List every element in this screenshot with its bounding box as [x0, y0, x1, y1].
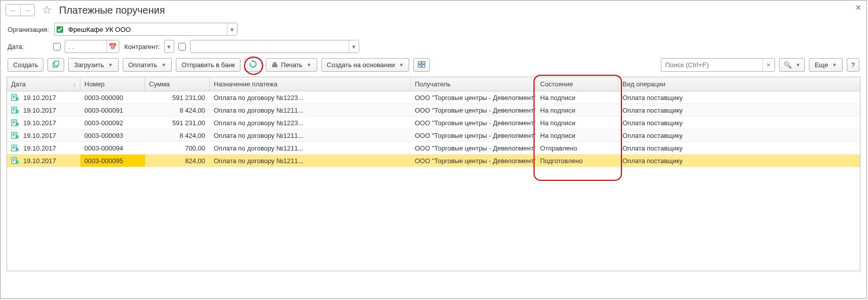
cell-sum: 8 424,00 [145, 104, 210, 116]
counterparty-label: Контрагент: [124, 43, 160, 51]
cell-number: 0003-000090 [80, 91, 145, 104]
org-dropdown-button[interactable]: ▾ [227, 23, 237, 35]
cell-purpose: Оплата по договору №1211... [210, 104, 411, 116]
counterparty-enabled-checkbox[interactable] [178, 43, 186, 51]
refresh-button[interactable] [245, 58, 262, 72]
svg-rect-1 [55, 61, 59, 65]
col-sum[interactable]: Сумма [145, 77, 210, 91]
document-icon [11, 132, 19, 139]
calendar-icon[interactable]: 📅 [107, 40, 119, 53]
col-number[interactable]: Номер [80, 77, 145, 91]
create-on-basis-button[interactable]: Создать на основании▼ [321, 58, 410, 72]
more-button-label: Еще [814, 61, 828, 69]
cell-op: Оплата поставщику [618, 142, 860, 154]
col-state[interactable]: Состояние [536, 77, 618, 91]
cell-state: На подписи [536, 117, 618, 129]
org-enabled-checkbox[interactable] [57, 26, 63, 33]
load-button-label: Загрузить [74, 61, 104, 69]
cell-recipient: ООО "Торговые центры - Девелопмент" [411, 142, 536, 154]
counterparty-input-wrap: ▾ [190, 40, 359, 53]
svg-rect-2 [418, 61, 421, 64]
org-input[interactable] [65, 23, 227, 35]
favorite-star-icon[interactable]: ☆ [42, 4, 52, 17]
print-button[interactable]: 🖶 Печать▼ [266, 58, 317, 72]
cell-recipient: ООО "Торговые центры - Девелопмент" [411, 117, 536, 129]
registry-button[interactable] [413, 58, 430, 72]
cell-purpose: Оплата по договору №1223... [210, 91, 411, 104]
cell-date: 19.10.2017 [7, 91, 80, 104]
filter-date-row: Дата: 📅 Контрагент: ▾ ▾ [1, 39, 866, 57]
create-button[interactable]: Создать [8, 58, 43, 72]
create-on-label: Создать на основании [327, 61, 395, 69]
filter-org-row: Организация: ▾ [1, 20, 866, 39]
svg-rect-5 [422, 65, 425, 67]
col-operation[interactable]: Вид операции [618, 77, 860, 91]
svg-rect-4 [418, 65, 421, 67]
table-row[interactable]: 19.10.20170003-000090591 231,00Оплата по… [7, 91, 860, 104]
chevron-down-icon: ▼ [307, 62, 312, 68]
table-row[interactable]: 19.10.20170003-0000938 424,00Оплата по д… [7, 129, 860, 142]
table-body: 19.10.20170003-000090591 231,00Оплата по… [7, 91, 860, 167]
search-input[interactable] [661, 61, 762, 69]
nav-forward-button[interactable]: → [20, 5, 34, 16]
table-header: Дата↓ Номер Сумма Назначение платежа Пол… [7, 77, 860, 91]
cell-sum: 700,00 [145, 142, 210, 154]
search-button[interactable]: 🔍▼ [779, 58, 805, 72]
counterparty-type-dropdown[interactable]: ▾ [164, 40, 174, 53]
cell-recipient: ООО "Торговые центры - Девелопмент" [411, 155, 536, 167]
cell-number: 0003-000095 [80, 155, 145, 167]
cell-state: Отправлено [536, 142, 618, 154]
date-input-wrap: 📅 [65, 40, 119, 53]
document-icon [11, 144, 19, 152]
close-icon[interactable]: ✕ [855, 4, 861, 12]
date-enabled-checkbox[interactable] [53, 43, 61, 51]
cell-recipient: ООО "Торговые центры - Девелопмент" [411, 91, 536, 104]
table-row[interactable]: 19.10.20170003-000094700,00Оплата по дог… [7, 142, 860, 155]
col-purpose[interactable]: Назначение платежа [210, 77, 411, 91]
table-row[interactable]: 19.10.20170003-0000918 424,00Оплата по д… [7, 104, 860, 117]
cell-purpose: Оплата по договору №1211... [210, 129, 411, 141]
cell-op: Оплата поставщику [618, 91, 860, 104]
table: Дата↓ Номер Сумма Назначение платежа Пол… [7, 77, 860, 271]
cell-number: 0003-000092 [80, 117, 145, 129]
chevron-down-icon: ▼ [399, 62, 404, 68]
counterparty-dropdown-button[interactable]: ▾ [349, 40, 359, 53]
chevron-down-icon: ▼ [832, 62, 837, 68]
cell-op: Оплата поставщику [618, 155, 860, 167]
document-icon [11, 157, 19, 164]
col-date[interactable]: Дата↓ [7, 77, 80, 91]
help-button[interactable]: ? [847, 58, 859, 72]
date-input[interactable] [65, 43, 107, 51]
pay-button-label: Оплатить [128, 61, 158, 69]
cell-state: На подписи [536, 91, 618, 104]
cell-purpose: Оплата по договору №1223... [210, 117, 411, 129]
document-icon [11, 107, 19, 114]
org-input-wrap: ▾ [54, 23, 237, 36]
toolbar: Создать Загрузить▼ Оплатить▼ Отправить в… [1, 57, 866, 77]
table-row[interactable]: 19.10.20170003-000092591 231,00Оплата по… [7, 117, 860, 129]
col-recipient[interactable]: Получатель [411, 77, 536, 91]
cell-purpose: Оплата по договору №1211... [210, 142, 411, 154]
create-button-label: Создать [13, 61, 38, 69]
copy-button[interactable] [47, 58, 64, 72]
cell-date: 19.10.2017 [7, 117, 80, 129]
cell-date: 19.10.2017 [7, 155, 80, 167]
nav-back-button[interactable]: ← [6, 5, 20, 16]
cell-date: 19.10.2017 [7, 104, 80, 116]
copy-icon [52, 61, 60, 70]
org-label: Организация: [8, 26, 49, 33]
cell-recipient: ООО "Торговые центры - Девелопмент" [411, 104, 536, 116]
send-to-bank-button[interactable]: Отправить в банк [176, 58, 240, 72]
table-row[interactable]: 19.10.20170003-000095824,00Оплата по дог… [7, 155, 860, 167]
load-button[interactable]: Загрузить▼ [68, 58, 118, 72]
search-clear-button[interactable]: × [762, 59, 775, 71]
pay-button[interactable]: Оплатить▼ [123, 58, 172, 72]
document-icon [11, 119, 19, 126]
chevron-down-icon: ▼ [108, 62, 113, 68]
counterparty-input[interactable] [190, 40, 349, 53]
svg-rect-3 [422, 61, 425, 64]
more-button[interactable]: Еще▼ [809, 58, 842, 72]
cell-state: Подготовлено [536, 155, 618, 167]
cell-op: Оплата поставщику [618, 104, 860, 116]
cell-purpose: Оплата по договору №1211... [210, 155, 411, 167]
